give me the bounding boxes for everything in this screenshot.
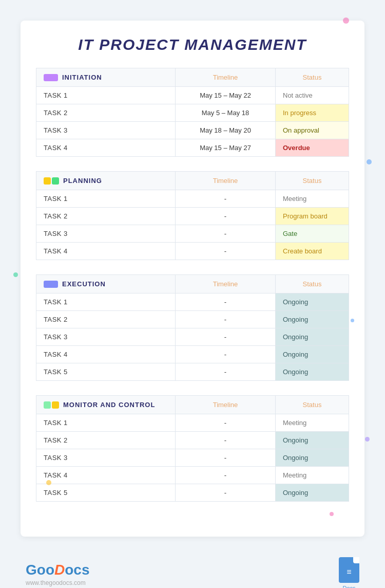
task-name: TASK 5 xyxy=(36,363,175,380)
section-label-initiation: INITIATION xyxy=(36,68,175,86)
task-timeline: - xyxy=(175,484,275,501)
task-name: TASK 1 xyxy=(36,293,175,310)
col-timeline-header-monitor: Timeline xyxy=(175,396,275,414)
task-timeline: - xyxy=(175,346,275,363)
table-row: TASK 4-Create board xyxy=(36,243,349,260)
task-name: TASK 3 xyxy=(36,122,175,139)
task-status: Ongoing xyxy=(275,328,349,345)
task-name: TASK 3 xyxy=(36,328,175,345)
col-status-header-planning: Status xyxy=(275,172,349,190)
logo-area: GooDocs www.thegoodocs.com xyxy=(26,562,89,586)
table-row: TASK 2-Ongoing xyxy=(36,432,349,449)
task-name: TASK 3 xyxy=(36,225,175,242)
task-status: Overdue xyxy=(275,139,349,156)
task-timeline: - xyxy=(175,293,275,310)
task-timeline: - xyxy=(175,311,275,328)
section-header-initiation: INITIATIONTimelineStatus xyxy=(36,68,349,87)
table-row: TASK 3May 18 – May 20On approval xyxy=(36,122,349,139)
task-status: Ongoing xyxy=(275,363,349,380)
task-status: Ongoing xyxy=(275,293,349,310)
section-header-execution: EXECUTIONTimelineStatus xyxy=(36,274,349,293)
logo-ocs: ocs xyxy=(65,562,89,578)
task-status: In progress xyxy=(275,104,349,121)
table-row: TASK 1-Meeting xyxy=(36,190,349,208)
task-timeline: - xyxy=(175,363,275,380)
task-timeline: - xyxy=(175,328,275,345)
task-name: TASK 4 xyxy=(36,346,175,363)
task-name: TASK 4 xyxy=(36,139,175,156)
section-header-planning: PLANNINGTimelineStatus xyxy=(36,171,349,190)
dot-decoration xyxy=(351,319,354,322)
dot-decoration xyxy=(330,512,334,516)
table-row: TASK 5-Ongoing xyxy=(36,484,349,502)
task-name: TASK 4 xyxy=(36,467,175,484)
task-name: TASK 1 xyxy=(36,87,175,104)
col-timeline-header-planning: Timeline xyxy=(175,172,275,190)
table-row: TASK 3-Ongoing xyxy=(36,328,349,346)
sections-container: INITIATIONTimelineStatusTASK 1May 15 – M… xyxy=(36,68,349,502)
task-name: TASK 2 xyxy=(36,432,175,449)
task-timeline: May 15 – May 27 xyxy=(175,139,275,156)
col-status-header-initiation: Status xyxy=(275,68,349,86)
task-timeline: - xyxy=(175,449,275,466)
table-row: TASK 4-Meeting xyxy=(36,467,349,484)
task-status: Meeting xyxy=(275,190,349,207)
task-status: Ongoing xyxy=(275,311,349,328)
table-row: TASK 1-Ongoing xyxy=(36,293,349,311)
task-name: TASK 5 xyxy=(36,484,175,501)
task-timeline: - xyxy=(175,243,275,260)
section-initiation: INITIATIONTimelineStatusTASK 1May 15 – M… xyxy=(36,68,349,157)
dot-decoration xyxy=(343,17,349,24)
task-status: Gate xyxy=(275,225,349,242)
table-row: TASK 3-Gate xyxy=(36,225,349,243)
col-timeline-header-execution: Timeline xyxy=(175,275,275,293)
page-title: IT PROJECT MANAGEMENT xyxy=(36,36,349,53)
col-status-header-execution: Status xyxy=(275,275,349,293)
section-execution: EXECUTIONTimelineStatusTASK 1-OngoingTAS… xyxy=(36,274,349,381)
task-timeline: May 15 – May 22 xyxy=(175,87,275,104)
task-name: TASK 2 xyxy=(36,104,175,121)
dot-decoration xyxy=(367,159,372,164)
task-status: Meeting xyxy=(275,414,349,431)
task-timeline: - xyxy=(175,208,275,225)
table-row: TASK 2-Ongoing xyxy=(36,311,349,328)
table-row: TASK 4May 15 – May 27Overdue xyxy=(36,139,349,157)
table-row: TASK 2-Program board xyxy=(36,208,349,225)
task-timeline: - xyxy=(175,467,275,484)
logo-text: GooDocs xyxy=(26,562,89,578)
task-timeline: May 18 – May 20 xyxy=(175,122,275,139)
table-row: TASK 4-Ongoing xyxy=(36,346,349,363)
docs-icon-img xyxy=(339,557,359,583)
dot-decoration xyxy=(365,437,370,442)
task-status: Ongoing xyxy=(275,432,349,449)
task-name: TASK 2 xyxy=(36,311,175,328)
task-timeline: - xyxy=(175,432,275,449)
col-status-header-monitor: Status xyxy=(275,396,349,414)
task-status: Ongoing xyxy=(275,484,349,501)
logo-goo: Goo xyxy=(26,562,54,578)
task-status: Ongoing xyxy=(275,449,349,466)
task-name: TASK 1 xyxy=(36,414,175,431)
task-status: Not active xyxy=(275,87,349,104)
task-name: TASK 4 xyxy=(36,243,175,260)
task-status: On approval xyxy=(275,122,349,139)
dot-decoration xyxy=(13,272,18,277)
col-timeline-header-initiation: Timeline xyxy=(175,68,275,86)
dot-decoration xyxy=(46,480,51,485)
section-label-planning: PLANNING xyxy=(36,172,175,190)
main-card: IT PROJECT MANAGEMENT INITIATIONTimeline… xyxy=(21,21,364,537)
table-row: TASK 5-Ongoing xyxy=(36,363,349,381)
section-header-monitor: MONITOR AND CONTROLTimelineStatus xyxy=(36,395,349,414)
task-timeline: - xyxy=(175,414,275,431)
section-planning: PLANNINGTimelineStatusTASK 1-MeetingTASK… xyxy=(36,171,349,260)
task-name: TASK 2 xyxy=(36,208,175,225)
task-status: Meeting xyxy=(275,467,349,484)
task-timeline: - xyxy=(175,225,275,242)
footer: GooDocs www.thegoodocs.com Docs xyxy=(0,547,385,588)
table-row: TASK 1-Meeting xyxy=(36,414,349,432)
table-row: TASK 1May 15 – May 22Not active xyxy=(36,87,349,104)
logo-url: www.thegoodocs.com xyxy=(26,579,89,586)
task-timeline: May 5 – May 18 xyxy=(175,104,275,121)
task-name: TASK 3 xyxy=(36,449,175,466)
docs-icon: Docs xyxy=(339,557,359,588)
